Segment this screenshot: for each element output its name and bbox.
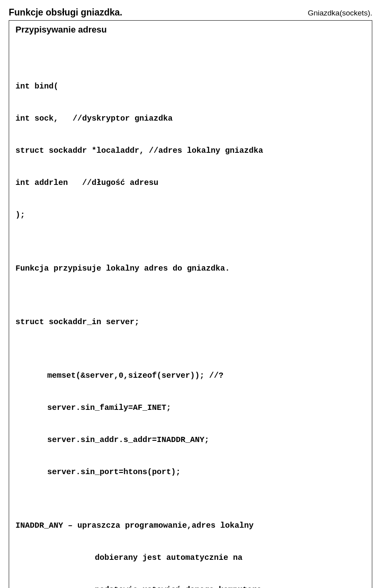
code-line: podstawie ustawień danego komputera: [15, 584, 366, 588]
code-line: Funkcja przypisuje lokalny adres do gnia…: [15, 263, 366, 274]
slide-1-header: Funkcje obsługi gniazdka. Gniazdka(socke…: [9, 7, 372, 18]
code-line: server.sin_addr.s_addr=INADDR_ANY;: [15, 434, 366, 445]
code-line: );: [15, 209, 366, 220]
code-line: memset(&server,0,sizeof(server)); //?: [15, 370, 366, 381]
slide-1-box-title: Przypisywanie adresu: [15, 25, 366, 35]
slide-1-box: Przypisywanie adresu int bind( int sock,…: [9, 20, 372, 588]
slide-1-title: Funkcje obsługi gniazdka.: [9, 7, 122, 18]
slide-1-tag: Gniazdka(sockets).: [308, 9, 372, 17]
code-line: int addrlen //długość adresu: [15, 177, 366, 188]
slide-1: Funkcje obsługi gniazdka. Gniazdka(socke…: [9, 7, 372, 588]
code-line: int sock, //dyskryptor gniazdka: [15, 113, 366, 124]
code-line: server.sin_family=AF_INET;: [15, 402, 366, 413]
code-line: dobierany jest automatycznie na: [15, 552, 366, 563]
code-line: server.sin_port=htons(port);: [15, 467, 366, 477]
code-line: int bind(: [15, 81, 366, 92]
slide-1-code: int bind( int sock, //dyskryptor gniazdk…: [15, 38, 366, 588]
code-line: struct sockaddr *localaddr, //adres loka…: [15, 145, 366, 156]
code-line: INADDR_ANY – upraszcza programowanie,adr…: [15, 520, 366, 531]
code-line: struct sockaddr_in server;: [15, 317, 366, 327]
